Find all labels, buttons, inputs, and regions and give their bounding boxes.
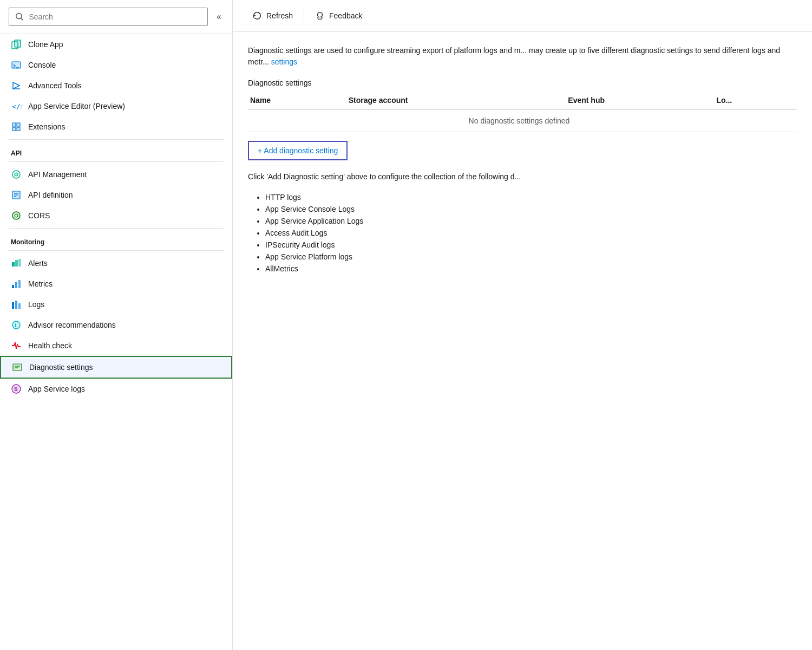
list-item-application-logs: App Service Application Logs [265, 215, 797, 227]
sidebar-section-monitoring: Monitoring Alerts Metrics Logs i Advisor… [0, 226, 232, 399]
svg-rect-11 [12, 127, 16, 131]
sidebar-item-advanced-tools[interactable]: Advanced Tools [0, 75, 232, 96]
no-settings-row: No diagnostic settings defined [248, 109, 797, 132]
sidebar-item-logs-label: Logs [28, 300, 224, 309]
logs-icon [11, 299, 22, 310]
sidebar-item-clone-app[interactable]: Clone App [0, 34, 232, 55]
search-input-wrap[interactable] [9, 8, 208, 26]
list-item-allmetrics: AllMetrics [265, 263, 797, 275]
search-icon [15, 11, 24, 22]
sidebar-item-metrics[interactable]: Metrics [0, 274, 232, 294]
feedback-button[interactable]: Feedback [306, 8, 371, 24]
sidebar-item-api-definition-label: API definition [28, 191, 224, 199]
sidebar-item-console-label: Console [28, 61, 224, 69]
diagnostic-settings-icon [12, 362, 23, 373]
sidebar-item-advanced-tools-label: Advanced Tools [28, 81, 224, 90]
sidebar-group-development: Clone App Console Advanced Tools </> App… [0, 34, 232, 137]
svg-rect-29 [18, 303, 21, 309]
sidebar-item-app-service-logs[interactable]: S App Service logs [0, 379, 232, 399]
add-diagnostic-setting-label: + Add diagnostic setting [258, 146, 338, 155]
sidebar-item-health-check-label: Health check [28, 341, 224, 350]
sidebar-item-extensions[interactable]: Extensions [0, 116, 232, 137]
api-definition-icon [11, 190, 22, 200]
sidebar-item-logs[interactable]: Logs [0, 294, 232, 315]
svg-rect-24 [12, 285, 14, 288]
advisor-icon: i [11, 320, 22, 330]
divider-monitoring-bottom [9, 250, 224, 251]
main-content: Refresh Feedback Diagnostic settings are… [233, 0, 812, 650]
list-item-access-audit-logs: Access Audit Logs [265, 227, 797, 239]
section-api-label: API [0, 142, 232, 159]
svg-rect-32 [13, 364, 22, 370]
divider-api-bottom [9, 161, 224, 162]
sidebar-item-advisor-recommendations[interactable]: i Advisor recommendations [0, 315, 232, 335]
metrics-icon [11, 278, 22, 289]
sidebar-item-diagnostic-settings-label: Diagnostic settings [29, 363, 222, 372]
svg-rect-10 [17, 123, 20, 126]
click-info-text: Click 'Add Diagnostic setting' above to … [248, 171, 797, 183]
svg-rect-21 [12, 262, 15, 266]
col-name: Name [248, 92, 346, 109]
sidebar-section-api: API API Management API definition CORS [0, 137, 232, 226]
refresh-icon [252, 11, 262, 21]
sidebar-item-metrics-label: Metrics [28, 280, 224, 288]
svg-point-37 [318, 12, 323, 17]
divider-monitoring [9, 228, 224, 229]
api-management-icon [11, 169, 22, 180]
toolbar: Refresh Feedback [233, 0, 812, 32]
divider-api [9, 139, 224, 140]
sidebar-item-alerts[interactable]: Alerts [0, 253, 232, 274]
extensions-icon [11, 121, 22, 132]
svg-rect-23 [18, 259, 21, 266]
list-item-ipsecurity-logs: IPSecurity Audit logs [265, 239, 797, 251]
sidebar-item-api-definition[interactable]: API definition [0, 185, 232, 205]
section-title: Diagnostic settings [248, 79, 797, 87]
list-item-console-logs: App Service Console Logs [265, 203, 797, 215]
svg-text:</>: </> [12, 102, 22, 110]
svg-rect-3 [15, 40, 21, 47]
col-eventhub: Event hub [566, 92, 714, 109]
sidebar-item-cors[interactable]: CORS [0, 205, 232, 226]
section-monitoring-label: Monitoring [0, 231, 232, 248]
diagnostic-settings-table: Name Storage account Event hub Lo... No … [248, 92, 797, 132]
col-log: Lo... [714, 92, 797, 109]
settings-link[interactable]: settings [271, 57, 297, 66]
svg-rect-9 [12, 123, 16, 126]
svg-rect-26 [18, 280, 21, 288]
feedback-label: Feedback [329, 11, 362, 20]
alerts-icon [11, 258, 22, 269]
sidebar-item-app-service-logs-label: App Service logs [28, 385, 224, 393]
sidebar-item-extensions-label: Extensions [28, 122, 224, 131]
search-input[interactable] [29, 12, 202, 21]
svg-rect-22 [15, 260, 18, 266]
cors-icon [11, 210, 22, 221]
collapse-button[interactable]: « [212, 10, 226, 24]
svg-rect-12 [17, 127, 20, 131]
svg-text:i: i [15, 322, 16, 328]
console-icon [11, 60, 22, 70]
sidebar-item-health-check[interactable]: Health check [0, 335, 232, 356]
no-settings-text: No diagnostic settings defined [248, 109, 797, 132]
sidebar-item-advisor-label: Advisor recommendations [28, 321, 224, 329]
svg-rect-25 [15, 282, 17, 288]
sidebar-item-api-management-label: API Management [28, 170, 224, 179]
sidebar-item-app-service-editor-label: App Service Editor (Preview) [28, 102, 224, 110]
app-service-editor-icon: </> [11, 101, 22, 112]
refresh-button[interactable]: Refresh [244, 8, 302, 24]
svg-line-1 [21, 18, 23, 20]
content-area: Diagnostic settings are used to configur… [233, 32, 812, 650]
svg-rect-4 [12, 62, 21, 68]
svg-marker-6 [13, 82, 19, 89]
list-item-http-logs: HTTP logs [265, 191, 797, 203]
description-text: Diagnostic settings are used to configur… [248, 45, 797, 68]
toolbar-divider [304, 8, 304, 23]
app-service-logs-icon: S [11, 384, 22, 394]
sidebar-item-cors-label: CORS [28, 211, 224, 220]
add-diagnostic-setting-button[interactable]: + Add diagnostic setting [248, 141, 348, 160]
sidebar-item-diagnostic-settings[interactable]: Diagnostic settings [0, 356, 232, 379]
advanced-tools-icon [11, 80, 22, 91]
sidebar-item-api-management[interactable]: API Management [0, 164, 232, 185]
sidebar-item-console[interactable]: Console [0, 55, 232, 75]
svg-point-19 [12, 212, 20, 219]
sidebar-item-app-service-editor[interactable]: </> App Service Editor (Preview) [0, 96, 232, 116]
